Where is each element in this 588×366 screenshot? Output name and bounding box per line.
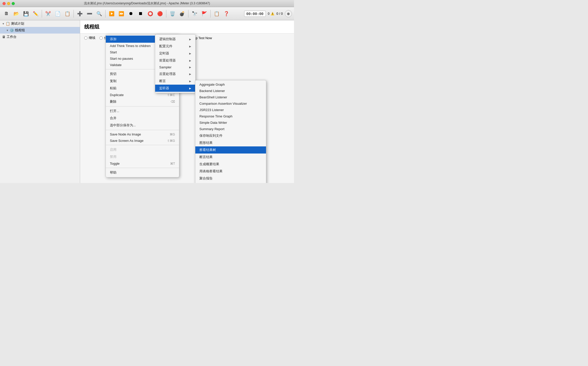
radio-start-next-input[interactable] bbox=[99, 36, 103, 40]
start-remote-button[interactable]: ⏺ bbox=[126, 9, 136, 18]
sidebar: ▼ 📋 测试计划 ▼ ⚙️ 线程组 🖥 工作台 bbox=[0, 20, 80, 183]
stop-button[interactable]: ⏹ bbox=[136, 9, 145, 18]
add-button[interactable]: ➕ bbox=[75, 9, 84, 18]
ctx-cut-label: 剪切 bbox=[110, 72, 116, 76]
tree-item-label-3: 工作台 bbox=[7, 35, 17, 39]
sep-5 bbox=[106, 168, 179, 168]
ctx2-sampler[interactable]: Sampler ▶ bbox=[155, 64, 195, 70]
ctx3-table-results[interactable]: 用表格察看结果 bbox=[195, 168, 266, 175]
ctx3-graph-result[interactable]: 图形结果 bbox=[195, 139, 266, 146]
radio-continue-input[interactable] bbox=[84, 36, 87, 40]
ctx-item-disable[interactable]: 禁用 bbox=[106, 153, 179, 160]
radio-continue[interactable]: 继续 bbox=[84, 36, 95, 40]
ctx2-pre-processor[interactable]: 前置处理器 ▶ bbox=[155, 57, 195, 64]
maximize-button[interactable] bbox=[12, 2, 15, 5]
binoculars-button[interactable]: 🔭 bbox=[190, 9, 199, 18]
ctx3-comparison-assertion[interactable]: Comparison Assertion Visualizer bbox=[195, 100, 266, 107]
ctx-item-merge[interactable]: 合并 bbox=[106, 115, 179, 122]
ctx-add-think-label: Add Think Times to children bbox=[110, 44, 151, 48]
flag-button[interactable]: 🚩 bbox=[200, 9, 209, 18]
ctx2-config-element[interactable]: 配置元件 ▶ bbox=[155, 43, 195, 50]
ctx2-pre-label: 前置处理器 bbox=[159, 58, 176, 63]
ctx3-generate-summary[interactable]: 生成概要结果 bbox=[195, 161, 266, 168]
stop-remote-button[interactable]: 🔴 bbox=[155, 9, 165, 18]
cut-button[interactable]: ✂️ bbox=[43, 9, 53, 18]
ctx-item-save-node-image[interactable]: Save Node As Image ⌘G bbox=[106, 131, 179, 138]
ctx-save-partial-label: 选中部分保存为... bbox=[110, 123, 136, 128]
ctx-item-save-screen-image[interactable]: Save Screen As Image ⇧⌘G bbox=[106, 138, 179, 144]
ctx-save-screen-label: Save Screen As Image bbox=[110, 139, 143, 143]
start-button[interactable]: ▶️ bbox=[107, 9, 116, 18]
search-button[interactable]: 🔍 bbox=[95, 9, 104, 18]
ctx3-aggregate-label: Aggregate Graph bbox=[199, 83, 225, 86]
ctx2-post-label: 后置处理器 bbox=[159, 72, 176, 76]
ctx-save-screen-shortcut: ⇧⌘G bbox=[167, 139, 175, 143]
ctx2-config-label: 配置元件 bbox=[159, 44, 172, 49]
ctx2-listener[interactable]: 监听器 ▶ bbox=[155, 85, 195, 92]
paste-button[interactable]: 📋 bbox=[63, 9, 72, 18]
templates-button[interactable]: ✏️ bbox=[31, 9, 40, 18]
ctx-start-no-pauses-label: Start no pauses bbox=[110, 57, 133, 60]
ctx3-assertion-results[interactable]: 断言结果 bbox=[195, 154, 266, 161]
ctx3-save-response[interactable]: 保存响应到文件 bbox=[195, 132, 266, 139]
context-menu-2: 逻辑控制器 ▶ 配置元件 ▶ 定时器 ▶ 前置处理器 ▶ Sampler ▶ bbox=[155, 34, 196, 93]
separator-1 bbox=[42, 10, 42, 18]
ctx-item-help[interactable]: 帮助 bbox=[106, 169, 179, 176]
ctx-open-label: 打开... bbox=[110, 109, 119, 113]
ctx-enable-label: 启用 bbox=[110, 147, 116, 152]
ctx-item-open[interactable]: 打开... bbox=[106, 108, 179, 115]
ctx3-view-results-tree[interactable]: 察看结果树 bbox=[195, 146, 266, 154]
ctx2-assertion[interactable]: 断言 ▶ bbox=[155, 78, 195, 85]
tree-item-workbench[interactable]: 🖥 工作台 bbox=[0, 34, 80, 40]
new-button[interactable]: 🗎 bbox=[2, 9, 11, 18]
ctx3-backend-listener[interactable]: Backend Listener bbox=[195, 88, 266, 94]
ctx3-aggregate-report[interactable]: 聚合报告 bbox=[195, 175, 266, 182]
zoom-button[interactable]: ⊕ bbox=[285, 10, 292, 17]
ctx3-simple-data-writer[interactable]: Simple Data Writer bbox=[195, 119, 266, 126]
ctx-item-enable[interactable]: 启用 bbox=[106, 146, 179, 153]
tree-item-test-plan[interactable]: ▼ 📋 测试计划 bbox=[0, 20, 80, 27]
ratio-display: 0 / 0 bbox=[276, 12, 283, 16]
ctx2-logic-label: 逻辑控制器 bbox=[159, 37, 176, 41]
title-bar: 流水测试.jmx (/Users/zuoxianyong/Downloads/流… bbox=[0, 0, 294, 7]
open-button[interactable]: 📂 bbox=[12, 9, 21, 18]
save-button[interactable]: 💾 bbox=[21, 9, 31, 18]
test-plan-icon: 📋 bbox=[6, 22, 10, 26]
ctx3-summary-report[interactable]: Summary Report bbox=[195, 126, 266, 132]
ctx-merge-label: 合并 bbox=[110, 116, 116, 120]
ctx2-logic-controller[interactable]: 逻辑控制器 ▶ bbox=[155, 36, 195, 43]
ctx-save-node-label: Save Node As Image bbox=[110, 132, 141, 136]
clear-all-button[interactable]: 💣 bbox=[178, 9, 187, 18]
help-button[interactable]: ❓ bbox=[222, 9, 231, 18]
close-button[interactable] bbox=[3, 2, 6, 5]
ctx3-save-response-label: 保存响应到文件 bbox=[199, 134, 223, 138]
tree-arrow-2: ▼ bbox=[6, 29, 9, 32]
ctx-item-save-partial[interactable]: 选中部分保存为... bbox=[106, 122, 179, 129]
ctx-disable-label: 禁用 bbox=[110, 155, 116, 159]
ctx2-config-arrow: ▶ bbox=[189, 45, 191, 48]
tree-item-thread-group[interactable]: ▼ ⚙️ 线程组 bbox=[0, 27, 80, 34]
ctx-item-toggle[interactable]: Toggle ⌘T bbox=[106, 160, 179, 167]
ctx3-beanshell-listener[interactable]: BeanShell Listener bbox=[195, 94, 266, 100]
minimize-button[interactable] bbox=[7, 2, 10, 5]
clear-button[interactable]: 🗑️ bbox=[168, 9, 177, 18]
tree-arrow: ▼ bbox=[2, 22, 5, 25]
toolbar-right: 00:00:00 0 ⚠️ 0 / 0 ⊕ bbox=[244, 10, 292, 17]
ctx2-post-processor[interactable]: 后置处理器 ▶ bbox=[155, 70, 195, 78]
copy-button[interactable]: 📄 bbox=[53, 9, 62, 18]
content-area: 线程组 继续 Start Next Thread Loop 停止线程 停止测试 bbox=[80, 20, 294, 183]
ctx3-comparison-label: Comparison Assertion Visualizer bbox=[199, 102, 247, 105]
shutdown-button[interactable]: ⭕ bbox=[146, 9, 155, 18]
ctx3-response-time-graph[interactable]: Response Time Graph bbox=[195, 113, 266, 119]
ctx3-view-results-label: 察看结果树 bbox=[199, 148, 216, 152]
ctx2-timer[interactable]: 定时器 ▶ bbox=[155, 50, 195, 57]
ctx3-mail-visualizer[interactable]: 邮件观察仪 bbox=[195, 182, 266, 183]
ctx3-jsr223-listener[interactable]: JSR223 Listener bbox=[195, 107, 266, 113]
traffic-lights bbox=[3, 2, 15, 5]
ctx-item-delete[interactable]: 删除 ⌫ bbox=[106, 98, 179, 105]
list-button[interactable]: 📋 bbox=[212, 9, 221, 18]
ctx-delete-label: 删除 bbox=[110, 99, 116, 104]
ctx3-aggregate-graph[interactable]: Aggregate Graph bbox=[195, 81, 266, 88]
remove-button[interactable]: ➖ bbox=[85, 9, 94, 18]
start-no-pauses-button[interactable]: ⏩ bbox=[117, 9, 126, 18]
